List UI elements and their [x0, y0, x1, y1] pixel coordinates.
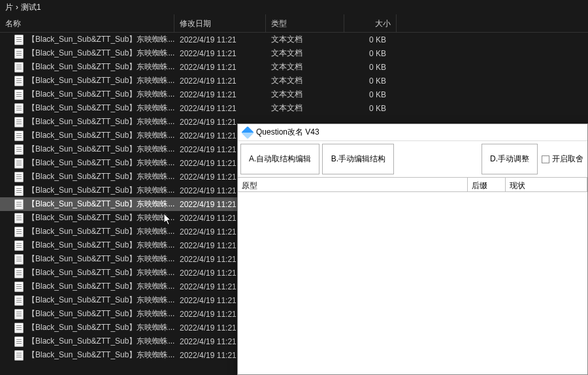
file-name: 【Black_Sun_Sub&ZTT_Sub】东映蜘蛛... [27, 103, 174, 114]
text-file-icon [14, 76, 24, 86]
text-file-icon [14, 240, 24, 251]
column-header-name[interactable]: 名称 [0, 14, 174, 32]
text-file-icon [14, 199, 24, 210]
btn-auto-struct-edit[interactable]: A.自动取结构编辑 [240, 144, 319, 174]
text-file-icon [14, 268, 24, 278]
checkbox-icon[interactable] [542, 155, 549, 163]
column-header-type[interactable]: 类型 [266, 14, 344, 32]
file-size: 0 KB [344, 104, 397, 113]
file-name: 【Black_Sun_Sub&ZTT_Sub】东映蜘蛛... [27, 171, 174, 182]
file-size: 0 KB [344, 63, 397, 72]
text-file-icon [14, 323, 24, 333]
text-file-icon [14, 254, 24, 265]
file-type: 文本文档 [266, 61, 344, 73]
text-file-icon [14, 103, 24, 114]
btn-manual-struct-edit[interactable]: B.手动编辑结构 [322, 144, 394, 174]
file-date: 2022/4/19 11:21 [174, 35, 266, 44]
rename-col-prototype[interactable]: 原型 [238, 178, 468, 191]
file-name: 【Black_Sun_Sub&ZTT_Sub】东映蜘蛛... [27, 199, 174, 210]
text-file-icon [14, 350, 24, 361]
text-file-icon [14, 35, 24, 45]
rename-col-status[interactable]: 现状 [506, 178, 587, 191]
rename-col-suffix[interactable]: 后缀 [468, 178, 506, 191]
app-icon [241, 126, 254, 139]
rename-window-titlebar[interactable]: Question改名 V43 [238, 124, 587, 141]
enable-filter-option[interactable]: 开启取舍 [538, 141, 587, 177]
file-size: 0 KB [344, 35, 397, 44]
file-date: 2022/4/19 11:21 [174, 104, 266, 113]
text-file-icon [14, 158, 24, 169]
text-file-icon [14, 336, 24, 347]
breadcrumb-separator: › [16, 3, 18, 12]
text-file-icon [14, 90, 24, 100]
text-file-icon [14, 227, 24, 237]
text-file-icon [14, 282, 24, 292]
file-name: 【Black_Sun_Sub&ZTT_Sub】东映蜘蛛... [27, 212, 174, 223]
breadcrumb[interactable]: 片 › 测试1 [0, 0, 588, 14]
text-file-icon [14, 186, 24, 196]
rename-table-header: 原型 后缀 现状 [238, 178, 587, 192]
file-date: 2022/4/19 11:21 [174, 49, 266, 58]
file-name: 【Black_Sun_Sub&ZTT_Sub】东映蜘蛛... [27, 308, 174, 319]
file-name: 【Black_Sun_Sub&ZTT_Sub】东映蜘蛛... [27, 61, 174, 73]
table-row[interactable]: 【Black_Sun_Sub&ZTT_Sub】东映蜘蛛...2022/4/19 … [0, 33, 588, 46]
file-name: 【Black_Sun_Sub&ZTT_Sub】东映蜘蛛... [27, 336, 174, 347]
text-file-icon [14, 117, 24, 127]
file-name: 【Black_Sun_Sub&ZTT_Sub】东映蜘蛛... [27, 89, 174, 100]
text-file-icon [14, 172, 24, 182]
table-row[interactable]: 【Black_Sun_Sub&ZTT_Sub】东映蜘蛛...2022/4/19 … [0, 88, 588, 101]
file-size: 0 KB [344, 90, 397, 99]
file-name: 【Black_Sun_Sub&ZTT_Sub】东映蜘蛛... [27, 34, 174, 45]
file-name: 【Black_Sun_Sub&ZTT_Sub】东映蜘蛛... [27, 130, 174, 141]
file-name: 【Black_Sun_Sub&ZTT_Sub】东映蜘蛛... [27, 240, 174, 251]
file-name: 【Black_Sun_Sub&ZTT_Sub】东映蜘蛛... [27, 253, 174, 265]
file-type: 文本文档 [266, 34, 344, 45]
file-name: 【Black_Sun_Sub&ZTT_Sub】东映蜘蛛... [27, 281, 174, 292]
rename-toolbar: A.自动取结构编辑 B.手动编辑结构 D.手动调整 开启取舍 [238, 141, 587, 178]
file-name: 【Black_Sun_Sub&ZTT_Sub】东映蜘蛛... [27, 75, 174, 86]
enable-filter-label: 开启取舍 [552, 154, 583, 165]
file-type: 文本文档 [266, 75, 344, 86]
file-date: 2022/4/19 11:21 [174, 76, 266, 86]
file-date: 2022/4/19 11:21 [174, 90, 266, 99]
table-row[interactable]: 【Black_Sun_Sub&ZTT_Sub】东映蜘蛛...2022/4/19 … [0, 60, 588, 74]
file-name: 【Black_Sun_Sub&ZTT_Sub】东映蜘蛛... [27, 322, 174, 333]
table-row[interactable]: 【Black_Sun_Sub&ZTT_Sub】东映蜘蛛...2022/4/19 … [0, 74, 588, 88]
breadcrumb-prefix: 片 [5, 2, 13, 13]
text-file-icon [14, 295, 24, 306]
text-file-icon [14, 131, 24, 141]
text-file-icon [14, 48, 24, 59]
column-header-date[interactable]: 修改日期 [174, 14, 266, 32]
file-name: 【Black_Sun_Sub&ZTT_Sub】东映蜘蛛... [27, 267, 174, 278]
text-file-icon [14, 309, 24, 319]
column-header-size[interactable]: 大小 [344, 14, 397, 32]
rename-window-title: Question改名 V43 [256, 127, 319, 138]
file-name: 【Black_Sun_Sub&ZTT_Sub】东映蜘蛛... [27, 48, 174, 59]
file-size: 0 KB [344, 49, 397, 58]
file-name: 【Black_Sun_Sub&ZTT_Sub】东映蜘蛛... [27, 144, 174, 155]
file-type: 文本文档 [266, 48, 344, 59]
rename-tool-window: Question改名 V43 A.自动取结构编辑 B.手动编辑结构 D.手动调整… [237, 123, 588, 375]
file-name: 【Black_Sun_Sub&ZTT_Sub】东映蜘蛛... [27, 116, 174, 127]
breadcrumb-folder[interactable]: 测试1 [21, 2, 41, 13]
file-type: 文本文档 [266, 89, 344, 100]
file-name: 【Black_Sun_Sub&ZTT_Sub】东映蜘蛛... [27, 226, 174, 237]
text-file-icon [14, 62, 24, 73]
file-name: 【Black_Sun_Sub&ZTT_Sub】东映蜘蛛... [27, 157, 174, 169]
btn-manual-adjust[interactable]: D.手动调整 [482, 144, 538, 174]
table-row[interactable]: 【Black_Sun_Sub&ZTT_Sub】东映蜘蛛...2022/4/19 … [0, 101, 588, 115]
file-type: 文本文档 [266, 103, 344, 114]
column-headers: 名称 修改日期 类型 大小 [0, 14, 588, 33]
table-row[interactable]: 【Black_Sun_Sub&ZTT_Sub】东映蜘蛛...2022/4/19 … [0, 46, 588, 60]
file-name: 【Black_Sun_Sub&ZTT_Sub】东映蜘蛛... [27, 295, 174, 306]
file-name: 【Black_Sun_Sub&ZTT_Sub】东映蜘蛛... [27, 350, 174, 361]
text-file-icon [14, 144, 24, 155]
file-name: 【Black_Sun_Sub&ZTT_Sub】东映蜘蛛... [27, 185, 174, 196]
text-file-icon [14, 213, 24, 223]
file-date: 2022/4/19 11:21 [174, 63, 266, 72]
file-size: 0 KB [344, 76, 397, 86]
